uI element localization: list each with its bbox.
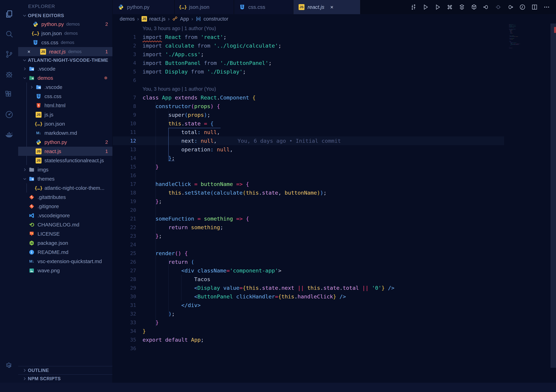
settings-button[interactable] xyxy=(0,357,18,377)
sidebar-section-npm-scripts[interactable]: NPM SCRIPTS xyxy=(18,374,112,383)
code-line-29[interactable]: 29 <Display value={this.state.next || th… xyxy=(113,284,556,292)
tab-python.py[interactable]: python.py xyxy=(113,0,175,14)
history-icon[interactable] xyxy=(517,2,527,12)
code-line-23[interactable]: 23 }; xyxy=(113,232,556,240)
code-line-15[interactable]: 15 } xyxy=(113,162,556,171)
tree-item[interactable]: .vscodeignore xyxy=(18,211,112,220)
tree-item[interactable]: M↓vsc-extension-quickstart.md xyxy=(18,257,112,266)
run-alt-icon[interactable] xyxy=(433,2,442,12)
code-line-3[interactable]: 3import './App.css'; xyxy=(113,50,556,59)
tree-item[interactable]: python.py2 xyxy=(18,138,112,147)
open-editor-item[interactable]: css.cssdemos xyxy=(18,38,112,47)
activity-files-icon[interactable] xyxy=(0,5,18,24)
tree-item[interactable]: .vscode xyxy=(18,64,112,73)
code-line-28[interactable]: 28 Tacos xyxy=(113,275,556,284)
code-line-34[interactable]: 34} xyxy=(113,327,556,335)
open-editor-item[interactable]: python.pydemos2 xyxy=(18,20,112,29)
code-line-1[interactable]: 1import React from 'react'; xyxy=(113,33,556,41)
nav-back-icon[interactable] xyxy=(481,2,491,12)
code-line-27[interactable]: 27 <div className='component-app'> xyxy=(113,266,556,275)
code-line-16[interactable]: 16 xyxy=(113,171,556,180)
tree-item[interactable]: .vscode xyxy=(18,83,112,92)
code-line-32[interactable]: 32 ); xyxy=(113,309,556,318)
tree-item[interactable]: demos xyxy=(18,73,112,83)
more-actions-icon[interactable] xyxy=(542,2,551,12)
breadcrumb-demos[interactable]: demos xyxy=(120,16,135,22)
tree-item[interactable]: css.css xyxy=(18,92,112,101)
breadcrumb-constructor[interactable]: constructor xyxy=(195,16,228,22)
code-line-26[interactable]: 26 return ( xyxy=(113,258,556,266)
code-line-2[interactable]: 2import calculate from '../logic/calcula… xyxy=(113,41,556,50)
code-line-35[interactable]: 35export default App; xyxy=(113,335,556,344)
tree-item[interactable]: themes xyxy=(18,174,112,183)
code-line-9[interactable]: 9 super(props); xyxy=(113,111,556,119)
close-icon[interactable]: × xyxy=(330,4,333,10)
close-icon[interactable]: × xyxy=(25,49,33,55)
code-line-10[interactable]: 10 this.state = { xyxy=(113,119,556,128)
run-icon[interactable] xyxy=(421,2,430,12)
nav-forward-icon[interactable] xyxy=(505,2,515,12)
tab-json.json[interactable]: {…} json.json xyxy=(175,0,234,14)
activity-extensions-icon[interactable] xyxy=(0,85,18,105)
project-section-header[interactable]: ATLANTIC-NIGHT-VSCODE-THEME xyxy=(18,56,112,64)
code-line-20[interactable]: 20 xyxy=(113,206,556,214)
tree-item[interactable]: 5html.html xyxy=(18,101,112,110)
activity-debug-icon[interactable] xyxy=(0,65,18,85)
code-line-33[interactable]: 33 } xyxy=(113,318,556,327)
code-line-17[interactable]: 17 handleClick = buttonName => { xyxy=(113,180,556,188)
code-line-21[interactable]: 21 someFunction = something => { xyxy=(113,214,556,223)
activity-docker-icon[interactable] xyxy=(0,125,18,145)
split-editor-icon[interactable] xyxy=(530,2,539,12)
code-line-4[interactable]: 4import ButtonPanel from './ButtonPanel'… xyxy=(113,59,556,67)
code-line-8[interactable]: 8 constructor(props) { xyxy=(113,102,556,111)
breadcrumb-react.js[interactable]: JS react.js xyxy=(141,16,165,22)
tree-item[interactable]: {…}atlantic-night-color-them... xyxy=(18,183,112,192)
tab-css.css[interactable]: css.css xyxy=(234,0,293,14)
code-line-22[interactable]: 22 return something; xyxy=(113,223,556,232)
code-line-14[interactable]: 14 }; xyxy=(113,154,556,162)
code-line-6[interactable]: 6 xyxy=(113,76,556,85)
vertical-scrollbar[interactable] xyxy=(550,23,556,383)
tree-item[interactable]: README.md xyxy=(18,247,112,257)
compare-changes-icon[interactable] xyxy=(409,2,418,12)
breadcrumb-App[interactable]: App xyxy=(172,16,189,22)
tab-react.js[interactable]: JS react.js × xyxy=(293,0,361,14)
code-line-31[interactable]: 31 </div> xyxy=(113,301,556,309)
open-editor-item[interactable]: ×JSreact.jsdemos1 xyxy=(18,47,112,56)
code-line-36[interactable]: 36 xyxy=(113,344,556,353)
code-line-19[interactable]: 19 }; xyxy=(113,197,556,206)
tree-item[interactable]: JSjs.js xyxy=(18,110,112,119)
code-line-13[interactable]: 13 operation: null, xyxy=(113,145,556,154)
code-line-25[interactable]: 25 render() { xyxy=(113,249,556,258)
code-line-7[interactable]: 7class App extends React.Component { xyxy=(113,93,556,102)
layers-icon[interactable] xyxy=(457,2,467,12)
circle-icon[interactable] xyxy=(493,2,503,12)
code-line-12[interactable]: 12 next: null,You, 6 days ago • Initial … xyxy=(113,137,556,145)
scrollbar-slider[interactable] xyxy=(550,23,556,368)
tree-item[interactable]: {…}json.json xyxy=(18,119,112,128)
open-editors-header[interactable]: OPEN EDITORS xyxy=(18,12,112,20)
command-icon[interactable] xyxy=(445,2,455,12)
tree-item[interactable]: JSreact.js1 xyxy=(18,147,112,156)
tree-item[interactable]: ⟲CHANGELOG.md xyxy=(18,220,112,229)
tree-item[interactable]: M↓markdown.md xyxy=(18,128,112,138)
tree-item[interactable]: LICENSE xyxy=(18,229,112,238)
tree-item[interactable]: .gitattributes xyxy=(18,192,112,202)
code-editor[interactable]: You, 3 hours ago | 1 author (You)1import… xyxy=(113,23,556,383)
open-editor-item[interactable]: {…}json.jsondemos xyxy=(18,29,112,38)
code-line-5[interactable]: 5import Display from './Display'; xyxy=(113,67,556,76)
tree-item[interactable]: JSpackage.json xyxy=(18,238,112,247)
code-line-11[interactable]: 11 total: null, xyxy=(113,128,556,137)
code-line-18[interactable]: 18 this.setState(calculate(this.state, b… xyxy=(113,188,556,197)
tree-item[interactable]: JSstatelessfunctionalreact.js xyxy=(18,156,112,165)
activity-live-share-icon[interactable] xyxy=(0,105,18,125)
code-line-30[interactable]: 30 <ButtonPanel clickHandler={this.handl… xyxy=(113,292,556,301)
box-icon[interactable] xyxy=(469,2,479,12)
activity-source-control-icon[interactable] xyxy=(0,45,18,65)
code-line-24[interactable]: 24 xyxy=(113,240,556,249)
sidebar-section-outline[interactable]: OUTLINE xyxy=(18,366,112,374)
activity-search-icon[interactable] xyxy=(0,24,18,45)
tree-item[interactable]: imgs xyxy=(18,165,112,174)
tree-item[interactable]: .gitignore xyxy=(18,202,112,211)
tree-item[interactable]: wave.png xyxy=(18,266,112,275)
